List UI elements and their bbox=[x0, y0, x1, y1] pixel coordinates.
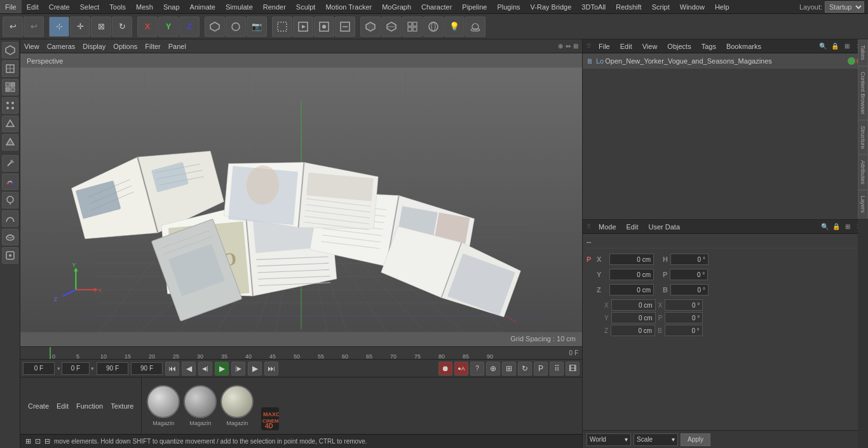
timeline[interactable]: 0 5 10 15 20 25 30 bbox=[20, 346, 582, 359]
start-frame-input[interactable] bbox=[23, 362, 55, 375]
cube-button[interactable] bbox=[205, 17, 225, 37]
menu-sculpt[interactable]: Sculpt bbox=[291, 0, 321, 13]
grid-button[interactable] bbox=[402, 17, 423, 37]
tab-takes[interactable]: Takes bbox=[858, 39, 868, 66]
render-settings-button[interactable] bbox=[335, 17, 355, 37]
select-tool-button[interactable]: ⊹ bbox=[49, 17, 69, 37]
obj-maximize-button[interactable]: ⊞ bbox=[842, 41, 852, 51]
vp-menu-cameras[interactable]: Cameras bbox=[47, 43, 76, 50]
obj-menu-file[interactable]: File bbox=[596, 41, 613, 51]
vp-menu-options[interactable]: Options bbox=[113, 43, 137, 50]
redo-button[interactable]: ↩ bbox=[24, 17, 44, 37]
coord-film-button[interactable]: 🎞 bbox=[566, 362, 580, 376]
pos-z-input[interactable] bbox=[609, 284, 654, 295]
help-button[interactable]: ? bbox=[470, 362, 484, 376]
tool-spline-button[interactable] bbox=[2, 210, 18, 227]
mat-menu-texture[interactable]: Texture bbox=[107, 402, 137, 410]
coord-scale-button[interactable]: ⊞ bbox=[502, 362, 516, 376]
prev-frame-button[interactable]: ◀ bbox=[182, 362, 196, 376]
next-key-button[interactable]: |▶ bbox=[231, 362, 245, 376]
play-button[interactable]: ▶ bbox=[215, 362, 229, 376]
current-frame-input[interactable] bbox=[62, 362, 90, 375]
visibility-dot-editor[interactable] bbox=[848, 57, 855, 65]
undo-button[interactable]: ↩ bbox=[3, 17, 23, 37]
pos-y-input[interactable] bbox=[609, 269, 654, 280]
tab-structure[interactable]: Structure bbox=[858, 120, 868, 155]
mat-menu-function[interactable]: Function bbox=[72, 402, 107, 410]
obj-lock-button[interactable]: 🔒 bbox=[830, 41, 840, 51]
menu-script[interactable]: Script bbox=[647, 0, 675, 13]
layout-select[interactable]: Startup bbox=[825, 1, 864, 13]
menu-pipeline[interactable]: Pipeline bbox=[457, 0, 492, 13]
attr-menu-edit[interactable]: Edit bbox=[624, 222, 641, 232]
menu-plugins[interactable]: Plugins bbox=[492, 0, 525, 13]
display-mode-button[interactable] bbox=[360, 17, 381, 37]
rotate-tool-button[interactable]: ↻ bbox=[112, 17, 132, 37]
menu-render[interactable]: Render bbox=[258, 0, 291, 13]
vp-menu-view[interactable]: View bbox=[24, 43, 39, 50]
obj-menu-tags[interactable]: Tags bbox=[699, 41, 719, 51]
prev-key-button[interactable]: ◀| bbox=[198, 362, 212, 376]
go-end-button[interactable]: ⏭ bbox=[264, 362, 278, 376]
attr-menu-mode[interactable]: Mode bbox=[596, 222, 619, 232]
menu-simulate[interactable]: Simulate bbox=[220, 0, 258, 13]
menu-3dtoall[interactable]: 3DToAll bbox=[576, 0, 611, 13]
floor-button[interactable] bbox=[465, 17, 485, 37]
end-frame-input-1[interactable] bbox=[97, 362, 128, 375]
menu-vray[interactable]: V-Ray Bridge bbox=[526, 0, 577, 13]
material-item-1[interactable]: Magazin bbox=[147, 385, 180, 426]
light-button[interactable]: 💡 bbox=[444, 17, 465, 37]
menu-tools[interactable]: Tools bbox=[104, 0, 131, 13]
menu-mesh[interactable]: Mesh bbox=[131, 0, 158, 13]
record-auto-button[interactable]: ●A bbox=[454, 362, 468, 376]
render-region-button[interactable] bbox=[272, 17, 292, 37]
tab-attributes[interactable]: Attributes bbox=[858, 154, 868, 190]
texture-button[interactable] bbox=[423, 17, 444, 37]
end-frame-input-2[interactable] bbox=[131, 362, 163, 375]
tool-magnet-button[interactable] bbox=[2, 173, 18, 190]
mode-texture-button[interactable] bbox=[2, 79, 18, 95]
vp-ctrl-lock[interactable]: ⊞ bbox=[573, 43, 578, 50]
menu-redshift[interactable]: Redshift bbox=[611, 0, 646, 13]
rot-b-input[interactable] bbox=[670, 284, 709, 295]
mode-edge-button[interactable] bbox=[2, 116, 18, 132]
rot-h-input[interactable] bbox=[670, 254, 709, 265]
mat-menu-edit[interactable]: Edit bbox=[53, 402, 72, 410]
apply-button[interactable]: Apply bbox=[681, 433, 710, 446]
axis-z-button[interactable]: Z bbox=[179, 17, 200, 37]
obj-menu-edit[interactable]: Edit bbox=[618, 41, 635, 51]
menu-snap[interactable]: Snap bbox=[158, 0, 185, 13]
tool-sculpt-button[interactable] bbox=[2, 229, 18, 245]
tab-layers[interactable]: Layers bbox=[858, 190, 868, 219]
menu-animate[interactable]: Animate bbox=[185, 0, 220, 13]
vp-ctrl-expand[interactable]: ⊕ bbox=[558, 43, 563, 50]
go-start-button[interactable]: ⏮ bbox=[165, 362, 179, 376]
size-rot-x[interactable] bbox=[665, 299, 703, 311]
rot-p-input[interactable] bbox=[670, 269, 708, 280]
vp-menu-filter[interactable]: Filter bbox=[145, 43, 160, 50]
axis-y-button[interactable]: Y bbox=[158, 17, 179, 37]
next-frame-button[interactable]: ▶ bbox=[248, 362, 262, 376]
record-button[interactable]: ⏺ bbox=[438, 362, 452, 376]
mode-model-button[interactable] bbox=[2, 42, 18, 58]
mat-menu-create[interactable]: Create bbox=[24, 402, 53, 410]
scale-dropdown[interactable]: Scale ▾ bbox=[634, 433, 678, 446]
tool-paint-button[interactable] bbox=[2, 192, 18, 208]
size-y-input[interactable] bbox=[611, 312, 656, 323]
mode-point-button[interactable] bbox=[2, 97, 18, 114]
scale-tool-button[interactable]: ⊠ bbox=[91, 17, 111, 37]
vp-menu-display[interactable]: Display bbox=[83, 43, 105, 50]
menu-character[interactable]: Character bbox=[416, 0, 457, 13]
wireframe-button[interactable] bbox=[381, 17, 402, 37]
render-button[interactable] bbox=[293, 17, 313, 37]
world-dropdown[interactable]: World ▾ bbox=[587, 433, 631, 446]
size-x-input[interactable] bbox=[611, 299, 656, 311]
attr-lock-button[interactable]: 🔒 bbox=[831, 222, 841, 232]
tool-knife-button[interactable] bbox=[2, 155, 18, 172]
mode-uv-button[interactable] bbox=[2, 60, 18, 77]
menu-select[interactable]: Select bbox=[75, 0, 105, 13]
attr-menu-userdata[interactable]: User Data bbox=[646, 222, 683, 232]
camera-button[interactable]: 📷 bbox=[247, 17, 267, 37]
coord-rotate-button[interactable]: ↻ bbox=[518, 362, 532, 376]
size-rot-z[interactable] bbox=[665, 325, 703, 336]
